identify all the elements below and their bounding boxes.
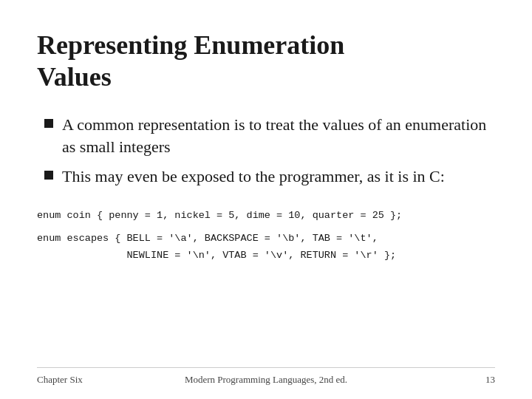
bullet-icon-2 — [44, 171, 53, 180]
footer-left: Chapter Six — [37, 374, 83, 386]
bullet-item-1: A common representation is to treat the … — [44, 114, 495, 157]
footer-center: Modern Programming Languages, 2nd ed. — [185, 374, 347, 386]
code-line-1: enum coin { penny = 1, nickel = 5, dime … — [37, 208, 495, 225]
bullet-list: A common representation is to treat the … — [44, 114, 495, 187]
bullet-text-1: A common representation is to treat the … — [62, 114, 495, 157]
bullet-icon-1 — [44, 119, 53, 128]
code-line-3: NEWLINE = '\n', VTAB = '\v', RETURN = '\… — [37, 248, 495, 265]
slide-title: Representing EnumerationValues — [37, 30, 495, 93]
code-block: enum coin { penny = 1, nickel = 5, dime … — [37, 208, 495, 265]
slide: Representing EnumerationValues A common … — [0, 0, 532, 399]
slide-footer: Chapter Six Modern Programming Languages… — [37, 367, 495, 386]
bullet-text-2: This may even be exposed to the programm… — [62, 166, 495, 188]
footer-right: 13 — [485, 374, 495, 386]
bullet-item-2: This may even be exposed to the programm… — [44, 166, 495, 188]
code-line-2: enum escapes { BELL = '\a', BACKSPACE = … — [37, 231, 495, 248]
